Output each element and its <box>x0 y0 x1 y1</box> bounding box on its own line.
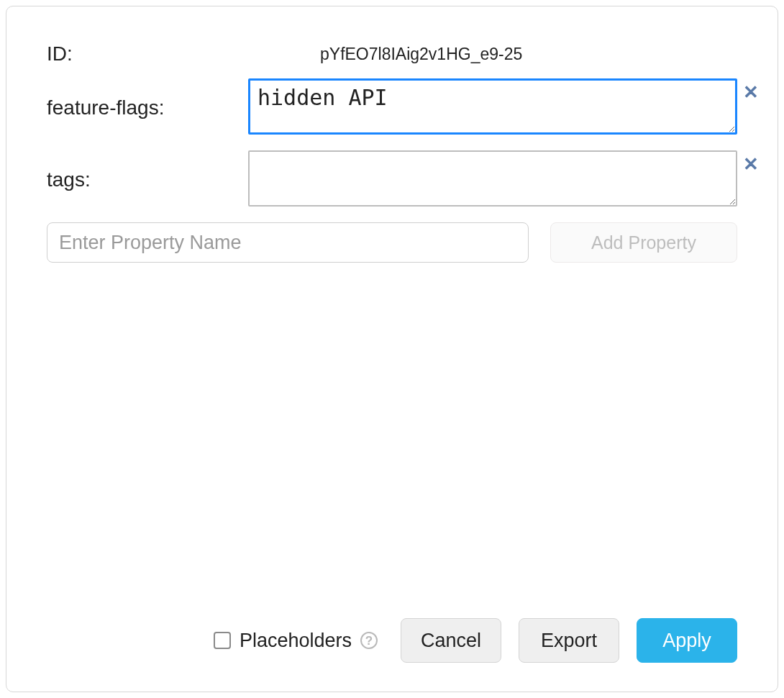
id-value-wrap: pYfEO7l8IAig2v1HG_e9-25 <box>248 45 737 64</box>
tags-wrap: ✕ <box>248 150 737 209</box>
properties-form: ID: pYfEO7l8IAig2v1HG_e9-25 feature-flag… <box>47 42 737 608</box>
cancel-button[interactable]: Cancel <box>401 618 501 663</box>
add-property-row: Add Property <box>47 222 737 263</box>
id-label: ID: <box>47 42 248 65</box>
placeholders-checkbox[interactable] <box>214 632 231 649</box>
properties-panel: ID: pYfEO7l8IAig2v1HG_e9-25 feature-flag… <box>6 6 778 692</box>
feature-flags-label: feature-flags: <box>47 96 248 119</box>
id-value: pYfEO7l8IAig2v1HG_e9-25 <box>320 45 522 64</box>
add-property-button[interactable]: Add Property <box>550 222 737 263</box>
placeholders-label: Placeholders <box>240 630 352 652</box>
id-row: ID: pYfEO7l8IAig2v1HG_e9-25 <box>47 42 737 65</box>
apply-button[interactable]: Apply <box>637 618 737 663</box>
feature-flags-row: feature-flags: ✕ <box>47 78 737 137</box>
remove-feature-flags-icon[interactable]: ✕ <box>743 84 759 100</box>
export-button[interactable]: Export <box>519 618 619 663</box>
feature-flags-wrap: ✕ <box>248 78 737 137</box>
tags-input[interactable] <box>248 150 737 207</box>
placeholders-toggle[interactable]: Placeholders ? <box>214 630 378 652</box>
dialog-footer: Placeholders ? Cancel Export Apply <box>47 608 737 663</box>
tags-row: tags: ✕ <box>47 150 737 209</box>
feature-flags-input[interactable] <box>248 78 737 135</box>
property-name-input[interactable] <box>47 222 529 263</box>
tags-label: tags: <box>47 168 248 191</box>
help-icon[interactable]: ? <box>360 632 378 649</box>
remove-tags-icon[interactable]: ✕ <box>743 156 759 172</box>
